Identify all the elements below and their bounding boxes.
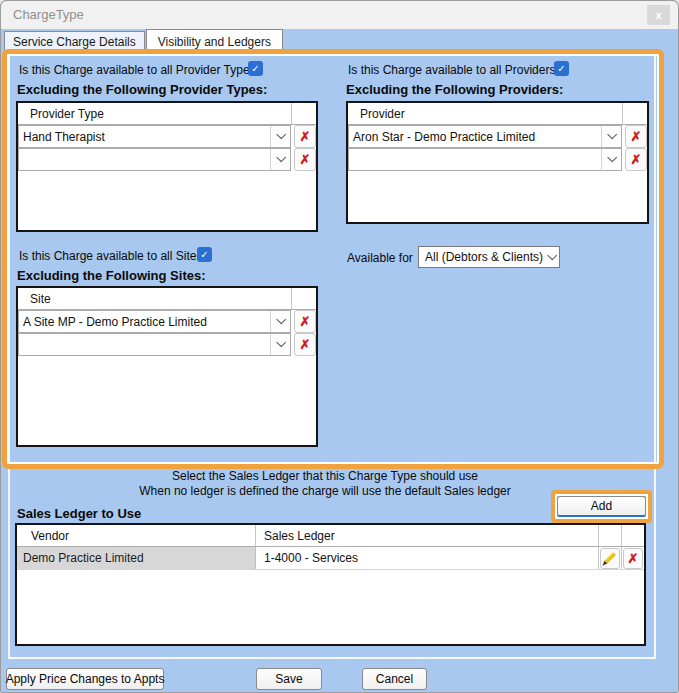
- chargetype-dialog: ChargeType x Service Charge Details Visi…: [0, 0, 679, 693]
- provider-column-header: Provider: [348, 103, 622, 124]
- table-row: A Site MP - Demo Practice Limited ✗: [18, 310, 316, 333]
- table-row: ✗: [18, 333, 316, 356]
- chevron-down-icon[interactable]: [601, 126, 621, 147]
- edit-ledger-button[interactable]: [600, 548, 620, 569]
- sales-ledger-header-row: Vendor Sales Ledger: [17, 525, 644, 547]
- delete-site-button[interactable]: ✗: [294, 333, 316, 356]
- excluding-providers-label: Excluding the Following Providers:: [346, 82, 563, 97]
- check-icon: ✓: [200, 249, 208, 260]
- chevron-down-icon[interactable]: [270, 149, 290, 170]
- vendor-column-header: Vendor: [17, 525, 256, 546]
- available-for-label: Available for: [347, 251, 413, 265]
- chevron-down-icon[interactable]: [270, 334, 290, 355]
- sales-ledger-cell: 1-4000 - Services: [256, 547, 598, 569]
- provider-types-header-row: Provider Type: [18, 103, 316, 125]
- table-row: Hand Therapist ✗: [18, 125, 316, 148]
- table-row: Demo Practice Limited 1-4000 - Services …: [17, 547, 644, 570]
- delete-provider-type-button[interactable]: ✗: [294, 148, 316, 171]
- title-bar: ChargeType: [1, 1, 678, 29]
- cancel-button[interactable]: Cancel: [362, 668, 427, 690]
- sites-checkbox[interactable]: ✓: [197, 247, 212, 262]
- providers-question: Is this Charge available to all Provider…: [348, 63, 562, 77]
- vendor-cell: Demo Practice Limited: [17, 547, 256, 569]
- chevron-down-icon[interactable]: [601, 149, 621, 170]
- window-title: ChargeType: [13, 7, 84, 22]
- site-value: [19, 334, 270, 355]
- site-dropdown[interactable]: A Site MP - Demo Practice Limited: [18, 310, 291, 333]
- excluding-provider-types-label: Excluding the Following Provider Types:: [17, 82, 267, 97]
- provider-dropdown[interactable]: Aron Star - Demo Practice Limited: [348, 125, 622, 148]
- delete-provider-button[interactable]: ✗: [625, 125, 647, 148]
- providers-checkbox[interactable]: ✓: [554, 61, 569, 76]
- delete-provider-type-button[interactable]: ✗: [294, 125, 316, 148]
- apply-price-changes-button[interactable]: Apply Price Changes to Appts: [6, 668, 164, 690]
- delete-ledger-button[interactable]: ✗: [623, 548, 643, 569]
- site-column-header: Site: [18, 288, 291, 309]
- provider-value: Aron Star - Demo Practice Limited: [349, 126, 601, 147]
- edit-column-header: [598, 525, 621, 546]
- close-icon[interactable]: x: [647, 5, 670, 25]
- table-row: ✗: [18, 148, 316, 171]
- provider-types-checkbox[interactable]: ✓: [248, 61, 263, 76]
- sales-ledger-to-use-label: Sales Ledger to Use: [17, 506, 141, 521]
- sites-header-row: Site: [18, 288, 316, 310]
- excluding-sites-label: Excluding the Following Sites:: [17, 268, 206, 283]
- available-for-value: All (Debtors & Clients): [419, 250, 543, 264]
- chevron-down-icon: [543, 254, 559, 261]
- edit-pencil-icon: [605, 553, 616, 564]
- table-row: Aron Star - Demo Practice Limited ✗: [348, 125, 647, 148]
- save-button[interactable]: Save: [256, 668, 322, 690]
- provider-type-dropdown-empty[interactable]: [18, 148, 291, 171]
- provider-type-dropdown[interactable]: Hand Therapist: [18, 125, 291, 148]
- provider-type-value: Hand Therapist: [19, 126, 270, 147]
- table-row: ✗: [348, 148, 647, 171]
- delete-provider-button[interactable]: ✗: [625, 148, 647, 171]
- provider-types-table: Provider Type Hand Therapist ✗ ✗: [16, 101, 318, 232]
- ledger-instruction-line1: Select the Sales Ledger that this Charge…: [1, 469, 649, 483]
- provider-type-column-header: Provider Type: [18, 103, 291, 124]
- delete-site-button[interactable]: ✗: [294, 310, 316, 333]
- chevron-down-icon[interactable]: [270, 126, 290, 147]
- tab-strip: Service Charge Details Visibility and Le…: [1, 29, 678, 53]
- sites-question: Is this Charge available to all Sites?: [19, 249, 209, 263]
- provider-types-question: Is this Charge available to all Provider…: [19, 63, 262, 77]
- provider-dropdown-empty[interactable]: [348, 148, 622, 171]
- providers-header-row: Provider: [348, 103, 647, 125]
- tab-service-charge-details[interactable]: Service Charge Details: [4, 31, 145, 53]
- provider-types-action-column: [291, 103, 316, 124]
- check-icon: ✓: [557, 63, 565, 74]
- tab-visibility-and-ledgers[interactable]: Visibility and Ledgers: [146, 29, 283, 53]
- add-button[interactable]: Add: [557, 496, 646, 517]
- provider-type-value: [19, 149, 270, 170]
- chevron-down-icon[interactable]: [270, 311, 290, 332]
- available-for-select[interactable]: All (Debtors & Clients): [418, 246, 560, 268]
- sites-table: Site A Site MP - Demo Practice Limited ✗…: [16, 286, 318, 447]
- sites-action-column: [291, 288, 316, 309]
- delete-column-header: [621, 525, 644, 546]
- site-value: A Site MP - Demo Practice Limited: [19, 311, 270, 332]
- ledger-instruction-line2: When no ledger is defined the charge wil…: [1, 484, 649, 498]
- tab-page-content: Is this Charge available to all Provider…: [1, 53, 678, 692]
- provider-value: [349, 149, 601, 170]
- providers-action-column: [622, 103, 647, 124]
- providers-table: Provider Aron Star - Demo Practice Limit…: [346, 101, 649, 224]
- check-icon: ✓: [251, 63, 259, 74]
- sales-ledger-column-header: Sales Ledger: [256, 525, 598, 546]
- sales-ledger-table: Vendor Sales Ledger Demo Practice Limite…: [15, 523, 646, 646]
- site-dropdown-empty[interactable]: [18, 333, 291, 356]
